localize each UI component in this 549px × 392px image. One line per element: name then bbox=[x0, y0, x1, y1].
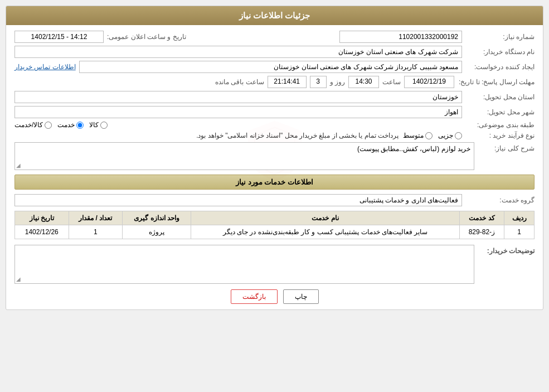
shomare-niaz-row: شماره نیاز: 1102001332000192 تاریخ و ساع… bbox=[14, 31, 535, 43]
radio-motevasset[interactable]: متوسط bbox=[403, 132, 433, 139]
radio-jezii[interactable]: جزیی bbox=[438, 132, 462, 139]
tarikhe-elaan-label: تاریخ و ساعت اعلان عمومی: bbox=[107, 33, 186, 41]
sharh-label: شرح کلی نیاز: bbox=[479, 142, 535, 152]
cell-vahed: پروژه bbox=[122, 225, 191, 239]
th-radif: ردیف bbox=[504, 211, 535, 225]
card-body: شماره نیاز: 1102001332000192 تاریخ و ساع… bbox=[6, 25, 543, 309]
name-dastgah-row: نام دستگاه خریدار: شرکت شهرک های صنعتی ا… bbox=[14, 46, 535, 58]
btn-row: چاپ بازگشت bbox=[14, 289, 535, 304]
tabaqebandi-label: طبقه بندی موضوعی: bbox=[462, 121, 535, 129]
cell-tedad: 1 bbox=[69, 225, 122, 239]
radio-khadamat[interactable]: خدمت bbox=[57, 121, 84, 129]
tabaqebandi-val: کالا/خدمت خدمت کالا bbox=[14, 121, 462, 129]
radio-kala[interactable]: کالا bbox=[89, 121, 108, 129]
back-button[interactable]: بازگشت bbox=[231, 289, 278, 304]
shomare-niaz-box: 1102001332000192 bbox=[339, 31, 462, 43]
ostan-tahvil-val: خوزستان bbox=[14, 91, 462, 103]
baqi-mande-box: 21:14:41 bbox=[268, 76, 307, 88]
card-header: جزئیات اطلاعات نیاز bbox=[6, 6, 543, 25]
ijad-konande-label: ایجاد کننده درخواست: bbox=[462, 63, 535, 71]
ijad-konande-box: مسعود شبیبی کاربرداز شرکت شهرک های صنعتی… bbox=[79, 61, 462, 73]
shahr-tahvil-row: شهر محل تحویل: اهواز bbox=[14, 106, 535, 118]
section-khadamat-title: اطلاعات خدمات مورد نیاز bbox=[14, 175, 535, 190]
shomare-niaz-label: شماره نیاز: bbox=[462, 33, 535, 41]
print-button[interactable]: چاپ bbox=[283, 289, 319, 304]
radio-motevasset-label: متوسط bbox=[403, 132, 424, 139]
mohlat-date-box: 1402/12/19 bbox=[404, 76, 454, 88]
tozihat-row: توضیحات خریدار: ◢ bbox=[14, 245, 535, 284]
mohlat-ersal-row: مهلت ارسال پاسخ: تا تاریخ: 1402/12/19 سا… bbox=[14, 76, 535, 88]
saat-box: 14:30 bbox=[348, 76, 379, 88]
watermark-area: شرح کلی نیاز: خرید لوازم (لباس، کفش..مطا… bbox=[14, 142, 535, 170]
name-dastgah-label: نام دستگاه خریدار: bbox=[462, 48, 535, 56]
tozihat-label: توضیحات خریدار: bbox=[479, 245, 535, 255]
radio-kala-khadamat[interactable]: کالا/خدمت bbox=[14, 121, 52, 129]
baqi-mande-label: ساعت باقی مانده bbox=[215, 78, 264, 86]
th-vahed: واحد اندازه گیری bbox=[122, 211, 191, 225]
page-wrapper: جزئیات اطلاعات نیاز شماره نیاز: 11020013… bbox=[0, 0, 549, 392]
nooe-farayand-val: متوسط جزیی پرداخت تمام یا بخشی از مبلغ خ… bbox=[14, 132, 462, 139]
nooe-farayand-label: نوع فرآیند خرید : bbox=[462, 132, 535, 139]
cell-radif: 1 bbox=[504, 225, 535, 239]
radio-jezii-input[interactable] bbox=[455, 132, 462, 139]
radio-kala-input[interactable] bbox=[100, 122, 108, 129]
main-card: جزئیات اطلاعات نیاز شماره نیاز: 11020013… bbox=[6, 6, 543, 310]
mohlat-ersal-val: 1402/12/19 ساعت 14:30 روز و 3 21:14:41 س… bbox=[14, 76, 454, 88]
rooz-box: 3 bbox=[310, 76, 327, 88]
table-header-row: ردیف کد خدمت نام خدمت واحد اندازه گیری ت… bbox=[15, 211, 535, 225]
nooe-farayand-text: پرداخت تمام یا بخشی از مبلغ خریدار محل "… bbox=[196, 132, 399, 139]
sharh-box: خرید لوازم (لباس، کفش..مطابق پیوست) ◢ bbox=[14, 142, 474, 170]
ijad-konande-row: ایجاد کننده درخواست: مسعود شبیبی کاربردا… bbox=[14, 61, 535, 73]
page-title: جزئیات اطلاعات نیاز bbox=[239, 11, 310, 20]
ostan-tahvil-row: استان محل تحویل: خوزستان bbox=[14, 91, 535, 103]
radio-kala-khadamat-input[interactable] bbox=[45, 122, 52, 129]
tabaqebandi-row: طبقه بندی موضوعی: کالا/خدمت خدمت bbox=[14, 121, 535, 129]
tarikhe-elaan-value: 1402/12/15 - 14:12 bbox=[14, 31, 104, 43]
name-dastgah-box: شرکت شهرک های صنعتی استان خوزستان bbox=[14, 46, 462, 58]
ostan-tahvil-label: استان محل تحویل: bbox=[462, 93, 535, 101]
th-code-khadamat: کد خدمت bbox=[459, 211, 504, 225]
tozihat-box: ◢ bbox=[14, 245, 474, 284]
services-tbody: 1 ز-82-829 سایر فعالیت‌های خدمات پشتیبان… bbox=[15, 225, 535, 239]
shomare-niaz-value: 1102001332000192 bbox=[186, 31, 462, 43]
th-tarikh: تاریخ نیاز bbox=[15, 211, 69, 225]
services-table: ردیف کد خدمت نام خدمت واحد اندازه گیری ت… bbox=[14, 211, 535, 239]
rooz-label: روز و bbox=[330, 78, 345, 86]
services-section: ردیف کد خدمت نام خدمت واحد اندازه گیری ت… bbox=[14, 211, 535, 239]
nooe-farayand-row: نوع فرآیند خرید : متوسط جزیی پرداخت تمام… bbox=[14, 132, 535, 139]
ostan-tahvil-box: خوزستان bbox=[14, 91, 462, 103]
th-name-khadamat: نام خدمت bbox=[191, 211, 459, 225]
cell-code: ز-82-829 bbox=[459, 225, 504, 239]
nooe-farayand-radio-group: متوسط جزیی bbox=[403, 132, 462, 139]
tozihat-resize-icon: ◢ bbox=[16, 276, 21, 282]
th-tedad: تعداد / مقدار bbox=[69, 211, 122, 225]
cell-name: سایر فعالیت‌های خدمات پشتیبانی کسب و کار… bbox=[191, 225, 459, 239]
grooh-khadamat-box: فعالیت‌های اداری و خدمات پشتیبانی bbox=[14, 194, 462, 206]
sharh-value: خرید لوازم (لباس، کفش..مطابق پیوست) bbox=[357, 145, 470, 153]
shahr-tahvil-box: اهواز bbox=[14, 106, 462, 118]
radio-jezii-label: جزیی bbox=[438, 132, 453, 139]
tabaqebandi-radio-group: کالا/خدمت خدمت کالا bbox=[14, 121, 462, 129]
services-table-head: ردیف کد خدمت نام خدمت واحد اندازه گیری ت… bbox=[15, 211, 535, 225]
radio-motevasset-input[interactable] bbox=[425, 132, 433, 139]
sharh-row: شرح کلی نیاز: خرید لوازم (لباس، کفش..مطا… bbox=[14, 142, 535, 170]
etelaat-tamas-link[interactable]: اطلاعات تماس خریدار bbox=[14, 63, 76, 71]
resize-icon: ◢ bbox=[16, 162, 21, 168]
cell-tarikh: 1402/12/26 bbox=[15, 225, 69, 239]
radio-khadamat-input[interactable] bbox=[76, 122, 84, 129]
saat-label: ساعت bbox=[382, 78, 401, 86]
radio-khadamat-label: خدمت bbox=[57, 121, 75, 129]
radio-kala-label: کالا bbox=[89, 121, 99, 129]
grooh-khadamat-val: فعالیت‌های اداری و خدمات پشتیبانی bbox=[14, 194, 462, 206]
mohlat-ersal-label: مهلت ارسال پاسخ: تا تاریخ: bbox=[454, 78, 535, 86]
table-row: 1 ز-82-829 سایر فعالیت‌های خدمات پشتیبان… bbox=[15, 225, 535, 239]
grooh-khadamat-label: گروه خدمت: bbox=[462, 196, 535, 204]
grooh-khadamat-row: گروه خدمت: فعالیت‌های اداری و خدمات پشتی… bbox=[14, 194, 535, 206]
ijad-konande-val: مسعود شبیبی کاربرداز شرکت شهرک های صنعتی… bbox=[14, 61, 462, 73]
radio-kala-khadamat-label: کالا/خدمت bbox=[14, 121, 43, 129]
name-dastgah-value: شرکت شهرک های صنعتی استان خوزستان bbox=[14, 46, 462, 58]
shahr-tahvil-label: شهر محل تحویل: bbox=[462, 108, 535, 116]
shahr-tahvil-val: اهواز bbox=[14, 106, 462, 118]
